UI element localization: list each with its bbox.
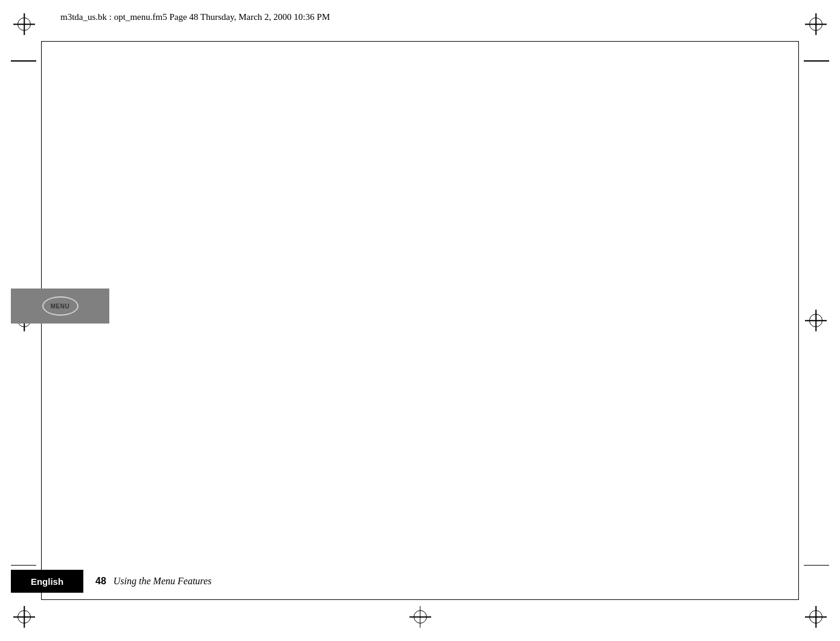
rule-bottom-left [11, 565, 36, 566]
reg-mark-bottom-left [13, 606, 35, 628]
menu-button-area: MENU [11, 289, 109, 324]
reg-mark-bottom-center [409, 606, 431, 628]
border-right [798, 41, 799, 600]
menu-button-label: MENU [51, 303, 69, 310]
reg-mark-top-right [805, 13, 827, 35]
reg-mark-middle-right [805, 310, 827, 331]
border-top [41, 41, 799, 42]
rule-bottom-right [804, 565, 829, 566]
page-number: 48 [95, 576, 106, 587]
reg-mark-top-left [13, 13, 35, 35]
reg-mark-bottom-right [805, 606, 827, 628]
language-label: English [31, 576, 63, 587]
footer-area: English 48 Using the Menu Features [11, 569, 799, 594]
page-title: Using the Menu Features [114, 576, 211, 587]
menu-button-oval: MENU [42, 296, 79, 316]
language-badge: English [11, 570, 83, 593]
rule-top-right [804, 60, 829, 62]
header-text: m3tda_us.bk : opt_menu.fm5 Page 48 Thurs… [60, 12, 330, 22]
rule-top-left [11, 60, 36, 62]
border-bottom [41, 599, 799, 600]
